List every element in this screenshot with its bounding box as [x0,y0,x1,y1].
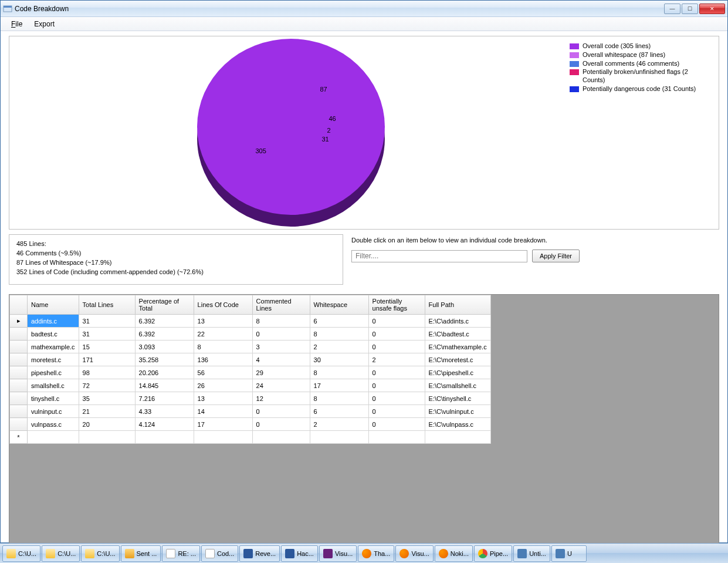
cell-ws[interactable]: 8 [310,328,368,341]
close-button[interactable]: ✕ [699,4,725,14]
row-indicator[interactable] [10,379,28,392]
col-lines-of-code[interactable]: Lines Of Code [194,295,252,315]
cell-path[interactable]: E:\C\moretest.c [425,353,490,366]
minimize-button[interactable]: — [664,4,680,14]
row-indicator[interactable]: ▸ [10,315,28,328]
col-name[interactable]: Name [28,295,79,315]
taskbar[interactable]: C:\U...C:\U...C:\U...Sent ...RE: ...Cod.… [0,543,728,563]
new-row[interactable]: * [10,431,491,444]
taskbar-button[interactable]: U [551,545,587,562]
table-row[interactable]: badtest.c316.39222080E:\C\badtest.c [10,328,491,341]
col-unsafe-flags[interactable]: Potentially unsafe flags [368,295,425,315]
col-total-lines[interactable]: Total Lines [79,295,135,315]
cell-total[interactable]: 31 [79,328,135,341]
taskbar-button[interactable]: Cod... [201,545,238,562]
cell-ws[interactable]: 6 [310,315,368,328]
cell-flags[interactable]: 0 [368,315,425,328]
row-indicator[interactable] [10,353,28,366]
legend-item[interactable]: Overall whitespace (87 lines) [570,51,709,59]
cell-cmt[interactable]: 24 [252,379,310,392]
table-row[interactable]: vulninput.c214.3314060E:\C\vulninput.c [10,405,491,418]
cell-cmt[interactable]: 29 [252,366,310,379]
cell-loc[interactable]: 13 [194,392,252,405]
row-indicator[interactable] [10,341,28,353]
col-full-path[interactable]: Full Path [425,295,490,315]
cell-total[interactable]: 20 [79,418,135,431]
table-row[interactable]: pipeshell.c9820.206562980E:\C\pipeshell.… [10,366,491,379]
legend-item[interactable]: Potentially dangerous code (31 Counts) [570,85,709,93]
cell-loc[interactable]: 8 [194,341,252,353]
legend-item[interactable]: Overall code (305 lines) [570,42,709,50]
cell-pct[interactable]: 4.33 [135,405,194,418]
titlebar[interactable]: Code Breakdown — ☐ ✕ [1,1,727,17]
cell-name[interactable]: tinyshell.c [28,392,79,405]
cell-name[interactable]: moretest.c [28,353,79,366]
cell-cmt[interactable]: 3 [252,341,310,353]
cell-ws[interactable]: 6 [310,405,368,418]
cell-total[interactable]: 31 [79,315,135,328]
cell-path[interactable]: E:\C\pipeshell.c [425,366,490,379]
cell-flags[interactable]: 0 [368,341,425,353]
maximize-button[interactable]: ☐ [682,4,698,14]
cell-ws[interactable]: 8 [310,392,368,405]
taskbar-button[interactable]: Pipe... [474,545,512,562]
cell-total[interactable]: 98 [79,366,135,379]
cell-pct[interactable]: 7.216 [135,392,194,405]
cell-name[interactable]: smallshell.c [28,379,79,392]
col-whitespace[interactable]: Whitespace [310,295,368,315]
apply-filter-button[interactable]: Apply Filter [532,250,580,262]
cell-loc[interactable]: 56 [194,366,252,379]
taskbar-button[interactable]: C:\U... [81,545,119,562]
filter-input[interactable] [351,250,527,262]
cell-loc[interactable]: 26 [194,379,252,392]
cell-loc[interactable]: 14 [194,405,252,418]
cell-cmt[interactable]: 0 [252,418,310,431]
cell-cmt[interactable]: 12 [252,392,310,405]
new-row-indicator[interactable]: * [10,431,28,444]
cell-total[interactable]: 72 [79,379,135,392]
cell-loc[interactable]: 17 [194,418,252,431]
cell-pct[interactable]: 4.124 [135,418,194,431]
col-percentage[interactable]: Percentage of Total [135,295,194,315]
table-row[interactable]: tinyshell.c357.216131280E:\C\tinyshell.c [10,392,491,405]
cell-path[interactable]: E:\C\vulninput.c [425,405,490,418]
data-grid[interactable]: Name Total Lines Percentage of Total Lin… [9,295,491,444]
cell-pct[interactable]: 6.392 [135,315,194,328]
cell-path[interactable]: E:\C\badtest.c [425,328,490,341]
cell-flags[interactable]: 0 [368,392,425,405]
table-row[interactable]: moretest.c17135.2581364302E:\C\moretest.… [10,353,491,366]
row-indicator[interactable] [10,366,28,379]
taskbar-button[interactable]: Reve... [239,545,280,562]
cell-ws[interactable]: 30 [310,353,368,366]
cell-name[interactable]: vulnpass.c [28,418,79,431]
cell-ws[interactable]: 2 [310,341,368,353]
cell-flags[interactable]: 0 [368,328,425,341]
taskbar-button[interactable]: Sent ... [121,545,161,562]
cell-name[interactable]: pipeshell.c [28,366,79,379]
col-commented[interactable]: Commented Lines [252,295,310,315]
row-indicator[interactable] [10,328,28,341]
cell-cmt[interactable]: 8 [252,315,310,328]
cell-loc[interactable]: 13 [194,315,252,328]
cell-path[interactable]: E:\C\vulnpass.c [425,418,490,431]
cell-pct[interactable]: 6.392 [135,328,194,341]
taskbar-button[interactable]: Tha... [358,545,394,562]
cell-loc[interactable]: 22 [194,328,252,341]
taskbar-button[interactable]: Noki... [435,545,473,562]
cell-total[interactable]: 21 [79,405,135,418]
cell-pct[interactable]: 35.258 [135,353,194,366]
cell-cmt[interactable]: 0 [252,405,310,418]
cell-name[interactable]: badtest.c [28,328,79,341]
cell-flags[interactable]: 0 [368,379,425,392]
cell-loc[interactable]: 136 [194,353,252,366]
legend-item[interactable]: Overall comments (46 comments) [570,60,709,68]
row-indicator[interactable] [10,405,28,418]
cell-path[interactable]: E:\C\mathexample.c [425,341,490,353]
cell-total[interactable]: 171 [79,353,135,366]
table-row[interactable]: smallshell.c7214.8452624170E:\C\smallshe… [10,379,491,392]
cell-flags[interactable]: 2 [368,353,425,366]
menu-export[interactable]: Export [28,18,60,30]
cell-path[interactable]: E:\C\addints.c [425,315,490,328]
row-indicator[interactable] [10,392,28,405]
cell-path[interactable]: E:\C\smallshell.c [425,379,490,392]
